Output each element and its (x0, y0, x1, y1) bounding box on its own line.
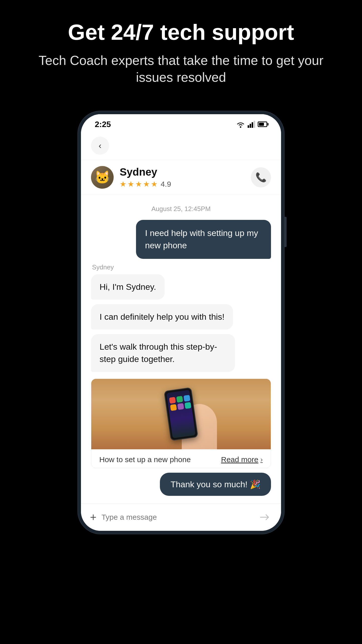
read-more-label: Read more (221, 455, 258, 464)
status-icons (236, 121, 267, 128)
add-button[interactable]: + (90, 512, 97, 523)
svg-rect-2 (252, 122, 253, 128)
message-thank: Thank you so much! 🎉 (91, 473, 271, 496)
rating-number: 4.9 (161, 180, 171, 188)
phone-screen: 2:25 (81, 114, 281, 531)
bubble-sent-1: I need help with setting up my new phone (136, 220, 271, 259)
main-title: Get 24/7 tech support (30, 20, 332, 45)
header-section: Get 24/7 tech support Tech Coach experts… (0, 0, 362, 101)
avatar-image: 🐱 (91, 166, 114, 189)
status-bar: 2:25 (81, 114, 281, 132)
article-title: How to set up a new phone (99, 455, 191, 464)
stars: ★ ★ ★ ★ ★ (120, 180, 158, 188)
back-arrow-icon: ‹ (99, 141, 101, 150)
call-icon: 📞 (255, 172, 267, 183)
battery-icon (258, 122, 267, 127)
article-footer: How to set up a new phone Read more › (91, 449, 271, 468)
subtitle: Tech Coach experts that take the time to… (30, 52, 332, 86)
app-bar: ‹ (81, 132, 281, 160)
battery-fill (259, 123, 264, 126)
bubble-thank: Thank you so much! 🎉 (160, 473, 271, 496)
phone-frame: 2:25 (78, 111, 284, 534)
star-3: ★ (135, 180, 142, 188)
sender-label: Sydney (92, 263, 114, 271)
bubble-received-2: I can definitely help you with this! (91, 304, 233, 330)
article-image (91, 379, 271, 449)
chevron-right-icon: › (260, 456, 263, 464)
star-2: ★ (127, 180, 134, 188)
input-area: + (81, 503, 281, 531)
message-received-2: I can definitely help you with this! (91, 304, 271, 330)
contact-header: 🐱 Sydney ★ ★ ★ ★ ★ 4.9 (81, 160, 281, 195)
wifi-icon (236, 121, 245, 128)
rating-row: ★ ★ ★ ★ ★ 4.9 (120, 180, 245, 188)
back-button[interactable]: ‹ (91, 137, 109, 155)
svg-rect-0 (248, 125, 249, 128)
star-4: ★ (143, 180, 150, 188)
status-time: 2:25 (95, 120, 111, 129)
avatar: 🐱 (91, 166, 114, 189)
message-input[interactable] (102, 511, 252, 524)
contact-name: Sydney (120, 166, 245, 178)
message-sent-1: I need help with setting up my new phone (91, 220, 271, 259)
svg-rect-3 (254, 121, 255, 128)
contact-info: Sydney ★ ★ ★ ★ ★ 4.9 (120, 166, 245, 188)
chat-timestamp: August 25, 12:45PM (91, 205, 271, 213)
star-5: ★ (151, 180, 158, 188)
send-button[interactable] (257, 510, 272, 525)
phone-wrapper: 2:25 (78, 111, 284, 534)
chat-area[interactable]: August 25, 12:45PM I need help with sett… (81, 195, 281, 503)
signal-icon (248, 121, 255, 128)
star-1: ★ (120, 180, 126, 188)
bubble-received-1: Hi, I'm Sydney. (91, 274, 165, 300)
article-card[interactable]: How to set up a new phone Read more › (91, 379, 271, 468)
bubble-received-3: Let's walk through this step-by-step gui… (91, 334, 235, 372)
message-received-3: Let's walk through this step-by-step gui… (91, 334, 271, 372)
svg-rect-1 (250, 124, 251, 128)
message-received-1: Sydney Hi, I'm Sydney. (91, 263, 271, 300)
call-button[interactable]: 📞 (251, 167, 271, 187)
send-icon (259, 512, 270, 523)
read-more-link[interactable]: Read more › (221, 455, 263, 464)
